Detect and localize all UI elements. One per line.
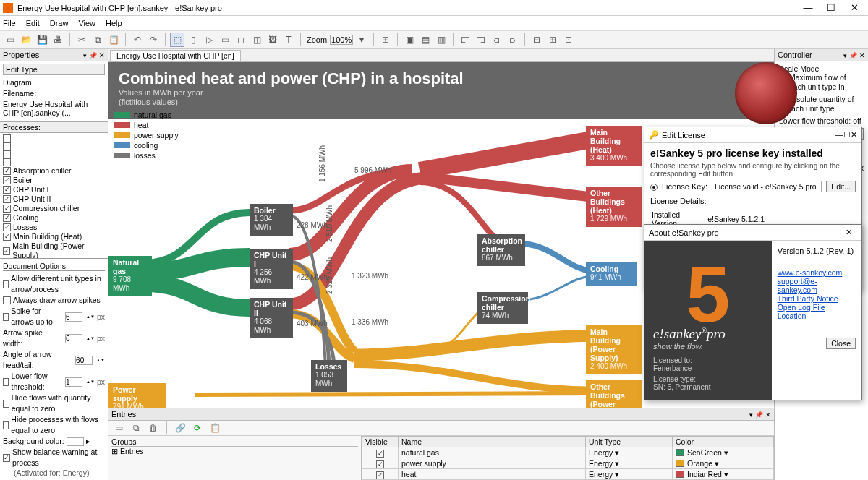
process-item[interactable]: Main Building (Power Supply) bbox=[3, 241, 105, 258]
new-icon[interactable]: ▭ bbox=[3, 33, 17, 47]
maximize-button[interactable]: ☐ bbox=[820, 2, 842, 13]
view3-icon[interactable]: ▥ bbox=[434, 33, 448, 47]
node-compression[interactable]: Compression chiller74 MWh bbox=[477, 292, 528, 324]
dist2-icon[interactable]: ⊞ bbox=[545, 33, 560, 47]
link-support[interactable]: support@e-sankey.com bbox=[778, 277, 856, 294]
menu-view[interactable]: View bbox=[78, 19, 95, 27]
process-item[interactable]: Boiler bbox=[3, 176, 105, 185]
node-other-heat[interactable]: Other Buildings (Heat)1 729 MWh bbox=[586, 187, 642, 227]
node-tool-icon[interactable]: ▯ bbox=[186, 33, 200, 47]
node-boiler[interactable]: Boiler1 384 MWh bbox=[250, 204, 293, 236]
angle-input[interactable] bbox=[75, 356, 93, 365]
process-item[interactable]: Losses bbox=[3, 223, 105, 232]
zoom-drop-icon[interactable]: ▾ bbox=[354, 33, 369, 47]
entry-paste-icon[interactable]: 📋 bbox=[208, 421, 222, 435]
dlg-min-icon[interactable]: — bbox=[835, 130, 843, 139]
save-icon[interactable]: 💾 bbox=[35, 33, 49, 47]
lower-thresh-input[interactable] bbox=[65, 377, 82, 387]
process-item[interactable]: Main Building (Heat) bbox=[3, 232, 105, 241]
about-close-icon[interactable]: ✕ bbox=[840, 228, 857, 237]
menu-draw[interactable]: Draw bbox=[50, 19, 69, 27]
about-close-button[interactable]: Close bbox=[826, 338, 856, 349]
align2-icon[interactable]: ⫎ bbox=[474, 33, 488, 47]
entries-table[interactable]: Visible Name Unit Type Color natural gas… bbox=[362, 436, 774, 480]
chart-tool-icon[interactable]: ◫ bbox=[250, 33, 264, 47]
table-row[interactable]: natural gasEnergy ▾SeaGreen ▾ bbox=[362, 447, 774, 458]
chk-hide-qty[interactable] bbox=[3, 400, 9, 408]
chk-allow-diff[interactable] bbox=[3, 280, 9, 288]
node-cooling[interactable]: Cooling941 MWh bbox=[586, 262, 637, 286]
dist3-icon[interactable]: ⊡ bbox=[561, 33, 576, 47]
link-log[interactable]: Open Log File Location bbox=[778, 303, 856, 320]
print-icon[interactable]: 🖶 bbox=[51, 33, 65, 47]
chk-show-balance[interactable] bbox=[3, 454, 10, 462]
node-natural-gas[interactable]: Natural gas9 708 MWh bbox=[109, 256, 152, 296]
align1-icon[interactable]: ⫍ bbox=[458, 33, 472, 47]
edit-type-drop[interactable]: Edit Type bbox=[3, 64, 105, 75]
processes-list[interactable]: Absorption chillerBoilerCHP Unit ICHP Un… bbox=[0, 133, 108, 258]
chk-hide-proc[interactable] bbox=[3, 421, 9, 429]
license-key-input[interactable] bbox=[712, 181, 822, 192]
node-chp2[interactable]: CHP Unit II4 068 MWh bbox=[250, 298, 293, 338]
entry-link-icon[interactable]: 🔗 bbox=[173, 421, 187, 435]
image-tool-icon[interactable]: 🖼 bbox=[265, 33, 280, 47]
align3-icon[interactable]: ⫏ bbox=[490, 33, 504, 47]
spike-upto-input[interactable] bbox=[65, 312, 82, 322]
minimize-button[interactable]: — bbox=[797, 2, 819, 13]
open-icon[interactable]: 📂 bbox=[19, 33, 33, 47]
close-controller-icon[interactable]: ✕ bbox=[859, 52, 865, 59]
close-button[interactable]: ✕ bbox=[843, 2, 865, 13]
tab-document[interactable]: Energy Use Hospital with CHP [en] bbox=[110, 50, 241, 61]
undo-icon[interactable]: ↶ bbox=[130, 33, 145, 47]
entry-copy-icon[interactable]: ⧉ bbox=[129, 421, 143, 435]
process-item[interactable]: CHP Unit I bbox=[3, 185, 105, 194]
process-item[interactable]: Compression chiller bbox=[3, 204, 105, 213]
zoom-value[interactable]: 100% bbox=[330, 35, 353, 45]
process-item[interactable]: CHP Unit II bbox=[3, 194, 105, 204]
menu-edit[interactable]: Edit bbox=[26, 19, 40, 27]
node-power-supply[interactable]: Power supply791 MWh bbox=[109, 383, 166, 408]
entry-add-icon[interactable]: ▭ bbox=[111, 421, 126, 435]
node-main-power[interactable]: Main Building (Power Supply)2 400 MWh bbox=[586, 325, 642, 374]
menu-help[interactable]: Help bbox=[106, 19, 122, 27]
chk-always-spikes[interactable] bbox=[3, 296, 11, 304]
cut-icon[interactable]: ✂ bbox=[75, 33, 89, 47]
dlg-close-icon[interactable]: ✕ bbox=[851, 130, 857, 139]
chk-spike-upto[interactable] bbox=[3, 313, 9, 321]
chk-lower-thresh[interactable] bbox=[3, 378, 9, 386]
dlg-max-icon[interactable]: ☐ bbox=[843, 130, 851, 139]
node-absorption[interactable]: Absorption chiller867 MWh bbox=[477, 234, 525, 266]
node-losses[interactable]: Losses1 053 MWh bbox=[311, 360, 347, 392]
autohide-icon[interactable]: ▾ 📌 bbox=[83, 52, 97, 59]
radio-license-key[interactable] bbox=[650, 184, 658, 191]
view1-icon[interactable]: ▣ bbox=[402, 33, 417, 47]
grid-icon[interactable]: ⊞ bbox=[378, 33, 393, 47]
color-more-icon[interactable]: ▸ bbox=[86, 436, 90, 447]
edit-license-button[interactable]: Edit... bbox=[826, 181, 856, 192]
copy-icon[interactable]: ⧉ bbox=[90, 33, 105, 47]
process-item[interactable]: Cooling bbox=[3, 213, 105, 223]
text-tool-icon[interactable]: ▭ bbox=[218, 33, 232, 47]
table-row[interactable]: heatEnergy ▾IndianRed ▾ bbox=[362, 469, 774, 480]
arrow-tool-icon[interactable]: ▷ bbox=[202, 33, 216, 47]
close-entries-icon[interactable]: ✕ bbox=[765, 411, 771, 419]
paste-icon[interactable]: 📋 bbox=[106, 33, 121, 47]
text-label-icon[interactable]: T bbox=[281, 33, 296, 47]
bg-color-picker[interactable] bbox=[67, 437, 84, 446]
table-row[interactable]: power supplyEnergy ▾Orange ▾ bbox=[362, 458, 774, 469]
link-website[interactable]: www.e-sankey.com bbox=[778, 268, 856, 277]
close-pane-icon[interactable]: ✕ bbox=[99, 52, 105, 59]
redo-icon[interactable]: ↷ bbox=[146, 33, 161, 47]
groups-entries-item[interactable]: ⊞ Entries bbox=[111, 447, 358, 455]
entry-refresh-icon[interactable]: ⟳ bbox=[190, 421, 205, 435]
entry-del-icon[interactable]: 🗑 bbox=[146, 421, 161, 435]
spike-width-input[interactable] bbox=[65, 334, 82, 343]
link-thirdparty[interactable]: Third Party Notice bbox=[778, 294, 856, 303]
align4-icon[interactable]: ⫐ bbox=[506, 33, 520, 47]
menu-file[interactable]: File bbox=[3, 19, 16, 27]
node-main-heat[interactable]: Main Building (Heat)3 400 MWh bbox=[586, 126, 642, 166]
node-chp1[interactable]: CHP Unit I4 256 MWh bbox=[250, 249, 293, 289]
shape-tool-icon[interactable]: ◻ bbox=[234, 33, 248, 47]
node-other-power[interactable]: Other Buildings (Power Supply)976 MWh bbox=[586, 380, 642, 408]
pointer-icon[interactable]: ⬚ bbox=[170, 33, 184, 47]
